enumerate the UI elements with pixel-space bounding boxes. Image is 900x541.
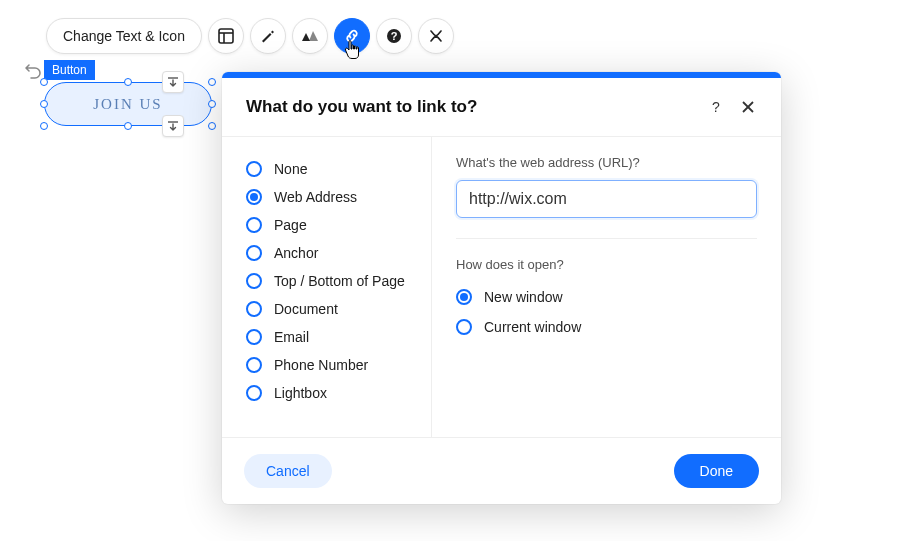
link-dialog: What do you want to link to? ? NoneWeb A… — [222, 72, 781, 504]
link-type-option[interactable]: None — [246, 155, 419, 183]
url-input[interactable] — [456, 180, 757, 218]
attach-top-icon[interactable] — [162, 71, 184, 93]
editor-toolbar: Change Text & Icon ? — [46, 18, 454, 54]
canvas-button[interactable]: JOIN US — [44, 82, 212, 126]
link-type-label: Web Address — [274, 189, 357, 205]
dialog-header: What do you want to link to? ? — [222, 78, 781, 137]
link-type-label: None — [274, 161, 307, 177]
layout-icon[interactable] — [208, 18, 244, 54]
open-option[interactable]: Current window — [456, 312, 757, 342]
selected-element: Button JOIN US — [44, 60, 212, 126]
animation-icon[interactable] — [292, 18, 328, 54]
canvas-button-text: JOIN US — [93, 96, 162, 113]
link-type-option[interactable]: Page — [246, 211, 419, 239]
resize-handle[interactable] — [40, 78, 48, 86]
undo-icon[interactable] — [24, 64, 42, 82]
attach-bottom-icon[interactable] — [162, 115, 184, 137]
radio-icon — [246, 273, 262, 289]
selection-badge: Button — [44, 60, 95, 80]
link-type-label: Document — [274, 301, 338, 317]
dialog-footer: Cancel Done — [222, 437, 781, 504]
stretch-icon[interactable] — [418, 18, 454, 54]
link-type-option[interactable]: Email — [246, 323, 419, 351]
radio-icon — [246, 385, 262, 401]
radio-icon — [246, 217, 262, 233]
svg-text:?: ? — [391, 30, 398, 42]
radio-icon — [246, 161, 262, 177]
resize-handle[interactable] — [40, 122, 48, 130]
link-type-label: Page — [274, 217, 307, 233]
link-type-option[interactable]: Web Address — [246, 183, 419, 211]
cancel-button[interactable]: Cancel — [244, 454, 332, 488]
resize-handle[interactable] — [124, 122, 132, 130]
svg-text:?: ? — [712, 100, 720, 114]
resize-handle[interactable] — [208, 100, 216, 108]
resize-handle[interactable] — [124, 78, 132, 86]
brush-icon[interactable] — [250, 18, 286, 54]
radio-icon — [456, 319, 472, 335]
dialog-title: What do you want to link to? — [246, 97, 695, 117]
open-options: New windowCurrent window — [456, 282, 757, 342]
link-type-label: Top / Bottom of Page — [274, 273, 405, 289]
open-option-label: Current window — [484, 319, 581, 335]
radio-icon — [246, 301, 262, 317]
link-type-label: Lightbox — [274, 385, 327, 401]
open-label: How does it open? — [456, 257, 757, 272]
link-type-label: Phone Number — [274, 357, 368, 373]
link-type-option[interactable]: Document — [246, 295, 419, 323]
svg-rect-0 — [219, 29, 233, 43]
dialog-help-icon[interactable]: ? — [705, 96, 727, 118]
resize-handle[interactable] — [40, 100, 48, 108]
link-type-label: Anchor — [274, 245, 318, 261]
link-type-list: NoneWeb AddressPageAnchorTop / Bottom of… — [222, 137, 432, 437]
resize-handle[interactable] — [208, 78, 216, 86]
radio-icon — [246, 245, 262, 261]
link-type-option[interactable]: Lightbox — [246, 379, 419, 407]
close-icon[interactable] — [737, 96, 759, 118]
done-button[interactable]: Done — [674, 454, 759, 488]
help-icon[interactable]: ? — [376, 18, 412, 54]
radio-icon — [246, 189, 262, 205]
change-text-button[interactable]: Change Text & Icon — [46, 18, 202, 54]
radio-icon — [246, 357, 262, 373]
open-option[interactable]: New window — [456, 282, 757, 312]
link-icon[interactable] — [334, 18, 370, 54]
link-type-option[interactable]: Phone Number — [246, 351, 419, 379]
open-option-label: New window — [484, 289, 563, 305]
url-label: What's the web address (URL)? — [456, 155, 757, 170]
resize-handle[interactable] — [208, 122, 216, 130]
radio-icon — [246, 329, 262, 345]
divider — [456, 238, 757, 239]
link-type-label: Email — [274, 329, 309, 345]
radio-icon — [456, 289, 472, 305]
link-type-option[interactable]: Anchor — [246, 239, 419, 267]
link-type-option[interactable]: Top / Bottom of Page — [246, 267, 419, 295]
